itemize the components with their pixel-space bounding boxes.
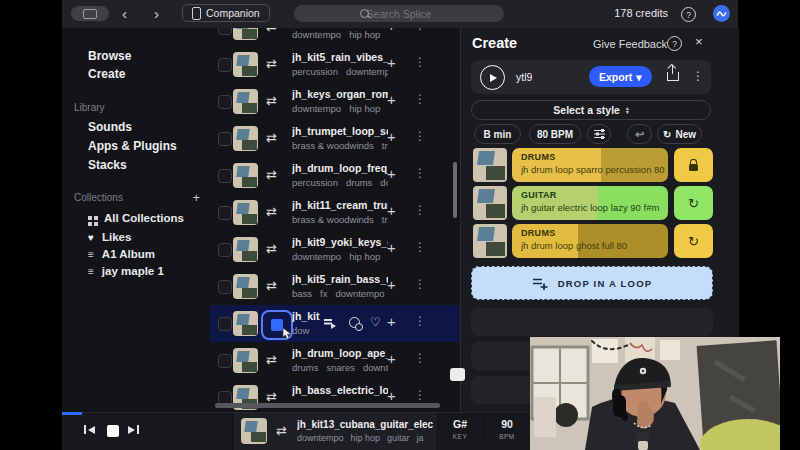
more-options-button[interactable]: ⋮ [414, 203, 426, 217]
add-button[interactable]: + [387, 165, 396, 182]
sidebar-item-sounds[interactable]: Sounds [88, 120, 132, 136]
add-button[interactable]: + [387, 28, 396, 34]
bpm-pill[interactable]: 80 BPM [529, 124, 581, 144]
row-checkbox[interactable] [218, 206, 232, 220]
sample-row[interactable]: ⇄ jh_drum_loop_ape_sna drumssnaresdownte… [210, 342, 460, 379]
give-feedback-link[interactable]: Give Feedback [593, 38, 667, 50]
project-player-card: ytl9 Export ▾ ⋮ [471, 60, 711, 94]
drop-in-a-loop-zone[interactable]: DROP IN A LOOP [471, 266, 713, 300]
key-pill[interactable]: B min [474, 124, 521, 144]
add-collection-button[interactable]: + [192, 190, 200, 205]
add-button[interactable]: + [387, 128, 396, 145]
row-checkbox[interactable] [218, 243, 232, 257]
more-options-button[interactable]: ⋮ [414, 351, 426, 365]
stem-bar[interactable]: GUITAR jh guitar electric loop lazy 90 f… [512, 186, 668, 220]
sidebar-toggle-button[interactable] [71, 6, 109, 21]
row-checkbox[interactable] [218, 132, 232, 146]
more-options-button[interactable]: ⋮ [414, 129, 426, 143]
add-button[interactable]: + [387, 91, 396, 108]
sidebar-item-jay-maple-1[interactable]: ≡ jay maple 1 [88, 263, 164, 279]
next-button[interactable] [128, 425, 139, 434]
avatar[interactable] [713, 5, 730, 22]
more-options-button[interactable]: ⋮ [414, 92, 426, 106]
sliders-button[interactable] [587, 124, 611, 144]
now-playing-section[interactable]: ⇄ jh_kit13_cubana_guitar_electr downtemp… [232, 413, 438, 450]
stop-button[interactable] [107, 425, 119, 437]
more-options-button[interactable]: ⋮ [414, 314, 426, 328]
stem-guitar[interactable]: GUITAR jh guitar electric loop lazy 90 f… [471, 186, 713, 220]
close-icon[interactable]: × [695, 34, 703, 49]
sidebar-item-create[interactable]: Create [88, 67, 125, 83]
help-icon[interactable]: ? [681, 7, 696, 22]
stem-refresh-button[interactable]: ↻ [674, 224, 713, 258]
sample-tags: downtempohip hop [292, 251, 388, 262]
row-checkbox[interactable] [218, 169, 232, 183]
more-options-button[interactable]: ⋮ [692, 69, 704, 83]
search-input[interactable] [294, 5, 504, 22]
stem-drums-2[interactable]: DRUMS jh drum loop ghost full 80 ↻ [471, 224, 713, 258]
loop-icon: ⇄ [266, 130, 277, 145]
companion-button[interactable]: Companion [182, 4, 270, 22]
more-options-button[interactable]: ⋮ [414, 277, 426, 291]
forward-button[interactable]: › [154, 1, 159, 27]
row-checkbox[interactable] [218, 58, 232, 72]
new-button[interactable]: ↻ New [657, 124, 702, 144]
sample-row[interactable]: ⇄ jh_drum_loop_freq_pe percussiondrumsdo… [210, 157, 460, 194]
more-options-button[interactable]: ⋮ [414, 240, 426, 254]
row-checkbox[interactable] [218, 28, 232, 35]
row-checkbox[interactable] [218, 317, 232, 331]
sample-row[interactable]: ⇄ jh_kit5_rain_bass_upri bassfxdowntempo… [210, 268, 460, 305]
more-options-button[interactable]: ⋮ [414, 166, 426, 180]
row-checkbox[interactable] [218, 95, 232, 109]
previous-button[interactable] [84, 425, 95, 434]
more-options-button[interactable]: ⋮ [414, 388, 426, 402]
splice-logo-icon [716, 8, 727, 19]
stem-refresh-button[interactable]: ↻ [674, 186, 713, 220]
stem-bar[interactable]: DRUMS jh drum loop ghost full 80 [512, 224, 668, 258]
sample-artwork [233, 126, 258, 151]
vertical-scrollbar[interactable] [453, 162, 457, 218]
sidebar-item-stacks[interactable]: Stacks [88, 158, 127, 174]
sidebar-item-a1-album[interactable]: ≡ A1 Album [88, 246, 155, 262]
similar-sounds-icon[interactable] [349, 317, 360, 328]
play-button[interactable] [480, 65, 505, 90]
sample-row[interactable]: ⇄ jh_kit8_voca_guitar_e downtempohip hop… [210, 28, 460, 46]
back-button[interactable]: ‹ [122, 1, 127, 27]
more-options-button[interactable]: ⋮ [414, 28, 426, 32]
sidebar-item-apps-plugins[interactable]: Apps & Plugins [88, 139, 177, 155]
export-button[interactable]: Export ▾ [589, 66, 652, 87]
add-button[interactable]: + [387, 387, 396, 404]
row-checkbox[interactable] [218, 354, 232, 368]
help-icon[interactable]: ? [667, 36, 682, 51]
sample-row-selected[interactable]: jh_kit dow ♡ + ⋮ [210, 305, 460, 342]
playback-progress[interactable] [62, 412, 82, 415]
add-button[interactable]: + [387, 54, 396, 71]
stem-lock-button[interactable] [674, 148, 713, 182]
horizontal-scrollbar[interactable] [215, 403, 440, 408]
add-button[interactable]: + [387, 313, 396, 330]
sidebar-item-all-collections[interactable]: All Collections [88, 210, 184, 226]
undo-button[interactable]: ↩ [627, 124, 652, 144]
share-icon[interactable] [667, 72, 679, 81]
playlist-add-icon [532, 277, 548, 290]
sample-row[interactable]: ⇄ jh_kit11_cream_trumpe brass & woodwind… [210, 194, 460, 231]
sample-tags: drumssnaresdowntempo [292, 362, 388, 373]
sample-row[interactable]: ⇄ jh_trumpet_loop_scor brass & woodwinds… [210, 120, 460, 157]
add-button[interactable]: + [387, 276, 396, 293]
scrollbar-corner-handle[interactable] [450, 368, 465, 381]
like-button[interactable]: ♡ [370, 315, 381, 329]
sample-row[interactable]: ⇄ jh_kit9_yoki_keys_orga downtempohip ho… [210, 231, 460, 268]
style-selector[interactable]: Select a style ▴▾ [471, 100, 711, 120]
stem-bar[interactable]: DRUMS jh drum loop sparro percussion 80 [512, 148, 668, 182]
sample-row[interactable]: ⇄ jh_keys_organ_romno downtempohip hop +… [210, 83, 460, 120]
add-button[interactable]: + [387, 350, 396, 367]
add-button[interactable]: + [387, 239, 396, 256]
add-to-queue-icon[interactable] [324, 318, 336, 329]
more-options-button[interactable]: ⋮ [414, 55, 426, 69]
sidebar-item-browse[interactable]: Browse [88, 49, 131, 65]
add-button[interactable]: + [387, 202, 396, 219]
sample-row[interactable]: ⇄ jh_kit5_rain_vibes_loop percussiondown… [210, 46, 460, 83]
row-checkbox[interactable] [218, 280, 232, 294]
stem-drums-1[interactable]: DRUMS jh drum loop sparro percussion 80 [471, 148, 713, 182]
sidebar-item-likes[interactable]: ♥ Likes [88, 229, 131, 245]
